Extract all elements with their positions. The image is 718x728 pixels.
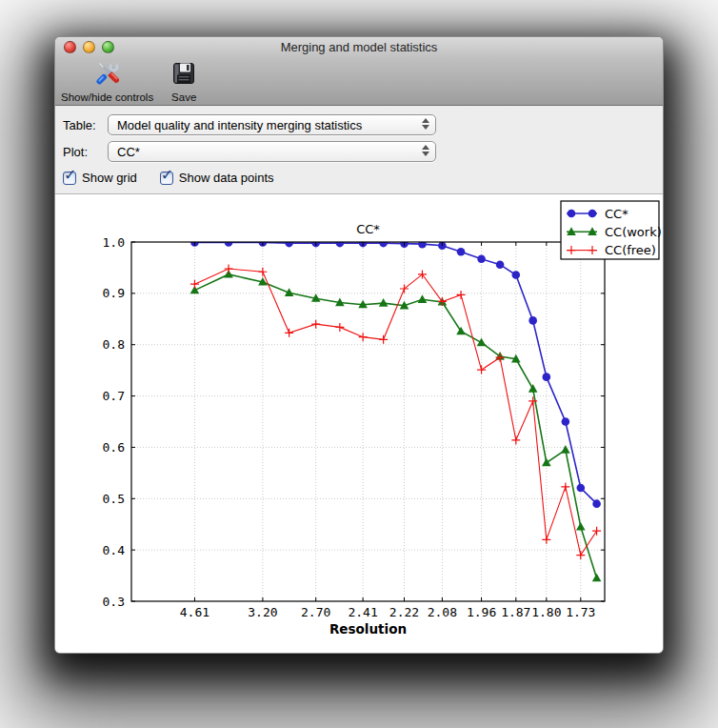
svg-text:CC(work): CC(work) xyxy=(605,225,662,239)
svg-text:2.22: 2.22 xyxy=(389,605,419,619)
x-axis-label: Resolution xyxy=(329,621,407,637)
plot-label: Plot: xyxy=(63,145,108,159)
show-hide-controls-button[interactable]: Show/hide controls xyxy=(61,60,153,103)
svg-text:0.5: 0.5 xyxy=(103,492,125,506)
save-icon xyxy=(170,60,197,91)
svg-text:0.7: 0.7 xyxy=(103,389,125,403)
plot-select[interactable]: CC* xyxy=(108,141,436,162)
svg-text:3.20: 3.20 xyxy=(248,605,277,619)
chart-title: CC* xyxy=(356,222,380,236)
svg-text:CC(free): CC(free) xyxy=(605,243,656,257)
table-select[interactable]: Model quality and intensity merging stat… xyxy=(108,114,436,135)
svg-text:1.73: 1.73 xyxy=(566,605,595,619)
svg-text:1.96: 1.96 xyxy=(467,605,496,619)
show-data-points-label: Show data points xyxy=(179,171,274,185)
svg-text:1.87: 1.87 xyxy=(501,605,530,619)
show-grid-label: Show grid xyxy=(82,171,137,185)
stepper-arrows-icon xyxy=(422,145,429,156)
toolbar: Show/hide controls Save xyxy=(55,58,663,106)
stepper-arrows-icon xyxy=(422,118,429,130)
svg-text:4.61: 4.61 xyxy=(180,605,209,619)
close-button[interactable] xyxy=(64,41,76,53)
svg-text:2.70: 2.70 xyxy=(301,605,330,619)
series-ccwork xyxy=(190,270,602,581)
svg-text:CC*: CC* xyxy=(605,207,628,221)
title-bar[interactable]: Merging and model statistics xyxy=(55,37,663,58)
svg-text:2.08: 2.08 xyxy=(428,605,457,619)
toolbar-button-label: Save xyxy=(171,91,196,103)
tools-icon xyxy=(94,60,121,91)
series-ccfree xyxy=(190,265,601,560)
table-select-value: Model quality and intensity merging stat… xyxy=(117,118,362,132)
show-data-points-checkbox[interactable]: ✓ xyxy=(160,172,173,185)
grid-lines xyxy=(131,242,605,601)
save-button[interactable]: Save xyxy=(170,60,197,103)
svg-text:0.4: 0.4 xyxy=(103,543,126,557)
axis-ticks xyxy=(131,242,605,601)
chart-region: 4.613.202.702.412.222.081.961.871.801.73… xyxy=(55,194,663,653)
x-tick-labels: 4.613.202.702.412.222.081.961.871.801.73 xyxy=(180,605,596,619)
zoom-button[interactable] xyxy=(102,41,114,53)
plot-select-value: CC* xyxy=(117,145,140,159)
svg-text:0.8: 0.8 xyxy=(103,337,125,352)
checkmark-icon: ✓ xyxy=(161,166,173,184)
toolbar-button-label: Show/hide controls xyxy=(61,91,153,103)
svg-text:0.3: 0.3 xyxy=(103,595,125,609)
window-title: Merging and model statistics xyxy=(55,37,663,58)
checkmark-icon: ✓ xyxy=(64,166,76,184)
show-grid-checkbox[interactable]: ✓ xyxy=(63,172,76,185)
table-label: Table: xyxy=(63,118,108,132)
svg-text:1.0: 1.0 xyxy=(103,235,125,250)
statistics-chart: 4.613.202.702.412.222.081.961.871.801.73… xyxy=(55,194,663,653)
controls-panel: Table: Model quality and intensity mergi… xyxy=(55,106,663,194)
svg-text:0.9: 0.9 xyxy=(103,286,125,300)
svg-text:1.80: 1.80 xyxy=(531,605,561,619)
minimize-button[interactable] xyxy=(83,41,95,53)
chart-legend: CC*CC(work)CC(free) xyxy=(561,201,662,259)
app-window: Merging and model statistics Show/hide c… xyxy=(54,36,664,654)
svg-text:2.41: 2.41 xyxy=(348,605,377,619)
svg-text:0.6: 0.6 xyxy=(103,440,125,455)
plot-frame xyxy=(131,242,605,601)
y-tick-labels: 1.00.90.80.70.60.50.40.3 xyxy=(103,235,126,609)
